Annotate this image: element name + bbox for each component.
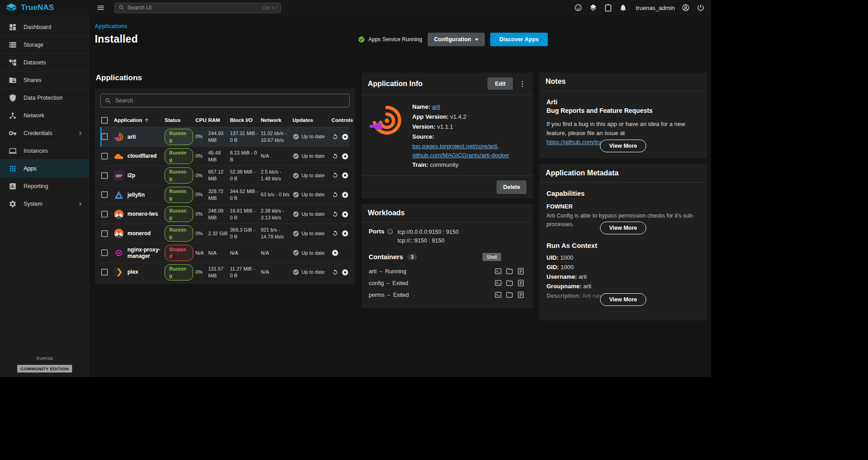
sidebar-item[interactable]: Datasets — [0, 53, 89, 71]
stop-button[interactable] — [341, 133, 349, 140]
restart-button[interactable] — [332, 191, 339, 199]
row-checkbox[interactable] — [101, 153, 108, 160]
feedback-smiley-icon[interactable] — [574, 4, 582, 12]
row-checkbox[interactable] — [101, 211, 108, 218]
sidebar-item[interactable]: System — [0, 195, 89, 213]
sidebar-item[interactable]: Data Protection — [0, 89, 89, 107]
stop-button[interactable] — [341, 230, 349, 237]
sidebar-item[interactable]: Reporting — [0, 177, 89, 195]
start-button[interactable] — [332, 249, 339, 257]
sidebar-item[interactable]: Shares — [0, 71, 89, 89]
column-status[interactable]: Status — [165, 117, 195, 123]
logs-icon[interactable] — [517, 279, 525, 287]
edit-button[interactable]: Edit — [488, 77, 513, 90]
container-name: perms — [369, 292, 385, 298]
column-cpu[interactable]: CPU — [195, 117, 208, 123]
apps-search[interactable] — [100, 94, 350, 107]
block-io-value: 137.31 MiB - 0 B — [230, 130, 261, 144]
field-label: Train: — [412, 161, 428, 168]
volumes-folder-icon[interactable] — [506, 291, 513, 299]
capabilities-view-more-button[interactable]: View More — [600, 222, 646, 234]
app-row[interactable]: monero-lws Running 0% 248.09 MiB 16.61 M… — [100, 205, 350, 224]
restart-button[interactable] — [332, 230, 339, 237]
sidebar-item[interactable]: Apps — [0, 160, 89, 177]
discover-apps-button[interactable]: Discover Apps — [490, 33, 548, 46]
app-row[interactable]: nginx-proxy-manager Stopped N/A N/A N/A … — [100, 243, 350, 263]
brand[interactable]: TrueNAS — [0, 3, 89, 13]
shell-icon[interactable] — [494, 291, 502, 299]
volumes-folder-icon[interactable] — [506, 267, 513, 275]
jobs-clipboard-icon[interactable] — [604, 4, 612, 12]
stop-button[interactable] — [341, 172, 349, 179]
up-to-date-check-icon — [293, 211, 299, 218]
app-row[interactable]: jellyfin Running 0% 328.72 MiB 344.52 Mi… — [100, 185, 350, 205]
sidebar-item[interactable]: Storage — [0, 36, 89, 53]
sidebar-item[interactable]: Dashboard — [0, 18, 89, 36]
row-checkbox[interactable] — [101, 172, 108, 179]
app-name-link[interactable]: arti — [432, 103, 440, 110]
cpu-value: N/A — [195, 250, 208, 257]
sidebar-item[interactable]: Credentials — [0, 124, 89, 142]
apps-search-input[interactable] — [115, 97, 345, 104]
notes-view-more-button[interactable]: View More — [600, 140, 646, 152]
breadcrumb[interactable]: Applications — [95, 23, 127, 29]
column-ram[interactable]: RAM — [208, 117, 230, 123]
volumes-folder-icon[interactable] — [506, 279, 513, 287]
row-checkbox[interactable] — [101, 230, 108, 237]
select-all-checkbox[interactable] — [101, 117, 108, 124]
controls-cell — [332, 211, 350, 218]
ram-value: 248.09 MiB — [208, 208, 230, 221]
kebab-menu-icon[interactable] — [518, 80, 527, 88]
logs-icon[interactable] — [517, 291, 525, 299]
stop-button[interactable] — [341, 191, 349, 199]
restart-button[interactable] — [332, 133, 339, 140]
info-icon[interactable] — [387, 228, 393, 235]
column-application[interactable]: Application — [114, 117, 165, 123]
alerts-bell-icon[interactable] — [619, 4, 627, 12]
logs-icon[interactable] — [517, 267, 525, 275]
restart-button[interactable] — [332, 153, 339, 160]
column-network[interactable]: Network — [261, 117, 293, 123]
power-icon[interactable] — [697, 4, 705, 12]
containers-title: Containers — [369, 253, 403, 261]
restart-button[interactable] — [332, 269, 339, 276]
version-field: Version: v1.1.1 — [412, 122, 526, 132]
column-updates[interactable]: Updates — [293, 117, 332, 123]
app-row[interactable]: plex Running 0% 131.57 MiB 11.27 MiB - 0… — [100, 263, 350, 282]
restart-button[interactable] — [332, 172, 339, 179]
sidebar-item[interactable]: Network — [0, 107, 89, 124]
app-row[interactable]: arti Running 0% 244.93 MiB 137.31 MiB - … — [100, 127, 350, 147]
column-block-io[interactable]: Block I/O — [230, 117, 261, 123]
container-actions — [494, 291, 526, 299]
app-row[interactable]: monerod Running 0% 2.32 GiB 369.3 GiB - … — [100, 224, 350, 243]
shell-icon[interactable] — [494, 267, 502, 275]
global-search[interactable]: Ctrl + / — [114, 3, 281, 13]
sort-ascending-icon[interactable] — [144, 117, 150, 123]
source-link[interactable]: tpo.pages.torproject.net/core/arti — [412, 143, 497, 150]
stop-button[interactable] — [341, 153, 349, 160]
row-checkbox[interactable] — [101, 133, 108, 140]
capabilities-heading: Capabilities — [546, 189, 700, 197]
stop-button[interactable] — [341, 211, 349, 218]
metadata-view-more-button[interactable]: View More — [600, 293, 646, 306]
shell-icon[interactable] — [494, 279, 502, 287]
status-cell: Running — [165, 187, 195, 203]
global-search-input[interactable] — [127, 5, 259, 11]
shell-tooltip: Shell — [483, 253, 501, 261]
row-checkbox[interactable] — [101, 269, 108, 276]
sidebar-item[interactable]: Instances — [0, 142, 89, 160]
delete-button[interactable]: Delete — [497, 180, 527, 194]
restart-button[interactable] — [332, 211, 339, 218]
stop-button[interactable] — [341, 269, 349, 276]
menu-icon[interactable] — [97, 4, 105, 12]
row-checkbox[interactable] — [101, 191, 108, 198]
user-avatar-icon[interactable] — [682, 4, 690, 12]
row-checkbox[interactable] — [101, 249, 108, 256]
source-link[interactable]: github.com/MAGICGrants/arti-docker — [412, 152, 509, 159]
app-row[interactable]: I2P i2p Running 0% 657.12 MiB 52.38 MiB … — [100, 166, 350, 185]
container-actions — [494, 267, 526, 275]
app-row[interactable]: cloudflared Running 0% 45.48 MiB 8.23 Mi… — [100, 147, 350, 166]
configuration-button[interactable]: Configuration — [428, 33, 485, 46]
apps-service-status: Apps Service Running — [358, 36, 422, 43]
updates-layers-icon[interactable] — [589, 4, 597, 12]
